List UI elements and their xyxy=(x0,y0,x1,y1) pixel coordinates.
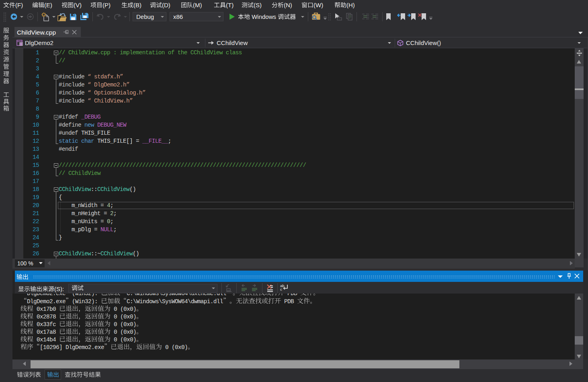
svg-text:0x17b0: 0x17b0 xyxy=(33,306,59,312)
svg-text:DlgDemo2: DlgDemo2 xyxy=(25,39,53,46)
svg-text:ChildView.cpp: ChildView.cpp xyxy=(17,29,56,36)
svg-text:(B): (B) xyxy=(133,2,141,8)
svg-text:CChildView: CChildView xyxy=(217,39,248,46)
svg-text:(V): (V) xyxy=(74,2,82,8)
svg-text:0 (0x0): 0 (0x0) xyxy=(111,306,136,312)
svg-text:(E): (E) xyxy=(44,2,52,8)
svg-text:(D): (D) xyxy=(162,2,170,8)
svg-text:PDB: PDB xyxy=(281,298,297,305)
svg-text:Windows: Windows xyxy=(250,13,278,20)
svg-text:(Win32):: (Win32): xyxy=(72,294,101,297)
svg-text:0x14b4: 0x14b4 xyxy=(33,337,59,343)
svg-text:(S): (S) xyxy=(254,2,262,8)
svg-text:0 (0x0): 0 (0x0) xyxy=(111,329,136,335)
svg-text:100 %: 100 % xyxy=(17,260,33,267)
svg-text:0x17a8: 0x17a8 xyxy=(33,329,59,335)
svg-text:(W): (W) xyxy=(313,2,323,8)
svg-text:(M): (M) xyxy=(193,2,202,8)
svg-text:C:\Windows\SysWOW64\uxtheme.dl: C:\Windows\SysWOW64\uxtheme.dll xyxy=(127,294,226,297)
svg-text:x86: x86 xyxy=(173,13,183,20)
svg-text:(P): (P) xyxy=(102,2,111,8)
svg-text:0x2878: 0x2878 xyxy=(33,314,59,320)
svg-text:Debug: Debug xyxy=(136,13,154,20)
svg-text:(H): (H) xyxy=(346,2,355,8)
svg-text:(F): (F) xyxy=(15,2,23,8)
svg-text:0 (0x0): 0 (0x0) xyxy=(111,321,136,328)
svg-text:0 (0x0): 0 (0x0) xyxy=(162,344,188,351)
svg-text:0 (0x0): 0 (0x0) xyxy=(111,337,136,343)
svg-text:(N): (N) xyxy=(284,2,292,8)
svg-text:DlgDemo2.exe: DlgDemo2.exe xyxy=(27,294,66,297)
svg-text:PDB: PDB xyxy=(284,294,300,297)
svg-text:(T): (T) xyxy=(226,2,234,8)
svg-text:[10296] DlgDemo2.exe: [10296] DlgDemo2.exe xyxy=(40,344,104,351)
svg-text:c: c xyxy=(280,287,282,292)
svg-text:(Win32):: (Win32): xyxy=(72,298,101,305)
svg-text:CChildView(): CChildView() xyxy=(406,39,441,46)
svg-text:0 (0x0): 0 (0x0) xyxy=(111,314,136,320)
svg-text:0x33fc: 0x33fc xyxy=(33,321,59,328)
svg-text:DlgDemo2.exe: DlgDemo2.exe xyxy=(27,298,66,305)
svg-text:C:\Windows\SysWOW64\dwmapi.dll: C:\Windows\SysWOW64\dwmapi.dll xyxy=(127,298,223,305)
svg-text:(S):: (S): xyxy=(54,285,64,292)
